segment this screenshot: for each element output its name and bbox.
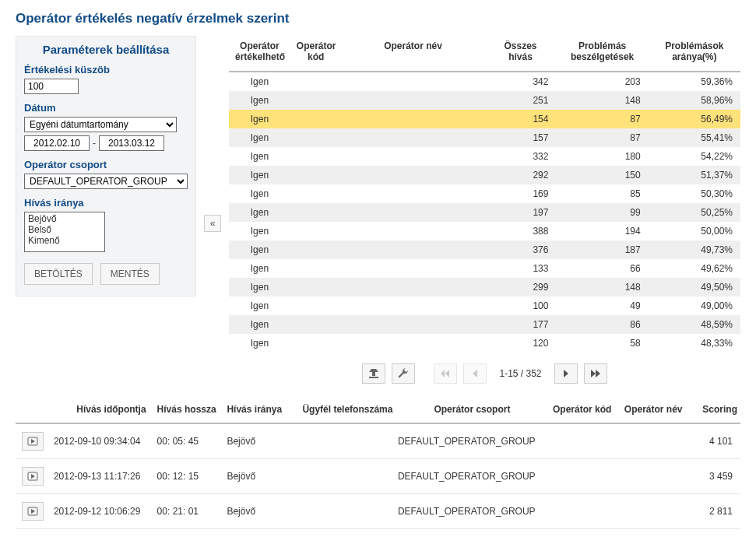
next-page-icon [562, 369, 570, 378]
cell-op-code [290, 147, 342, 166]
tools-button[interactable] [392, 363, 415, 384]
prev-page-button[interactable] [463, 363, 487, 384]
operator-group-select[interactable]: DEFAULT_OPERATOR_GROUP [24, 174, 188, 189]
save-button[interactable]: MENTÉS [100, 263, 160, 285]
cell-pct: 49,50% [649, 278, 740, 297]
table-row[interactable]: Igen1336649,62% [229, 259, 740, 278]
direction-option[interactable]: Belső [25, 224, 104, 235]
date-to-input[interactable] [99, 135, 164, 151]
cell-op-name [342, 91, 485, 110]
table-row[interactable]: Igen1778648,59% [229, 315, 740, 334]
cell-problem: 86 [556, 315, 648, 334]
cell-op-code [290, 91, 342, 110]
play-button[interactable] [22, 432, 44, 451]
cell-pct: 49,62% [649, 259, 740, 278]
table-row[interactable]: 2012-09-12 10:06:2900: 21: 01BejövőDEFAU… [16, 493, 740, 528]
cell-evaluable: Igen [229, 315, 290, 334]
export-button[interactable] [362, 363, 385, 384]
cell-evaluable: Igen [229, 72, 290, 91]
col-call-opname[interactable]: Operátor név [621, 399, 693, 423]
direction-option[interactable]: Kimenő [25, 235, 104, 246]
cell-pct: 51,37% [649, 166, 740, 184]
col-call-length[interactable]: Hívás hossza [154, 399, 224, 423]
threshold-input[interactable] [24, 79, 79, 94]
cell-op-code [290, 278, 342, 297]
first-page-icon [440, 369, 451, 378]
table-row[interactable]: Igen34220359,36% [229, 72, 740, 91]
col-total-calls[interactable]: Összes hívás [484, 36, 556, 72]
first-page-button[interactable] [434, 363, 457, 384]
cell-problem: 85 [556, 184, 648, 203]
wrench-icon [397, 367, 410, 380]
col-call-group[interactable]: Operátor csoport [395, 399, 550, 423]
col-problem[interactable]: Problémás beszélgetések [556, 36, 648, 72]
cell-op-code [290, 297, 342, 315]
play-button[interactable] [22, 502, 44, 521]
table-row[interactable]: Igen1698550,30% [229, 184, 740, 203]
calls-table: Hívás időpontja Hívás hossza Hívás irány… [16, 399, 740, 529]
main-content: Operátor értékelhető Operátor kód Operát… [229, 36, 740, 399]
col-evaluable[interactable]: Operátor értékelhető [229, 36, 290, 72]
cell-evaluable: Igen [229, 240, 290, 259]
table-row[interactable]: Igen33218054,22% [229, 147, 740, 166]
table-row[interactable]: Igen25114858,96% [229, 91, 740, 110]
table-row[interactable]: Igen1979950,25% [229, 203, 740, 222]
table-row[interactable]: 2012-09-13 11:17:2600: 12: 15BejövőDEFAU… [16, 458, 740, 493]
col-op-code[interactable]: Operátor kód [290, 36, 342, 72]
pager: 1-15 / 352 [229, 363, 740, 384]
cell-phone [299, 458, 395, 493]
table-row[interactable]: Igen1548756,49% [229, 110, 740, 128]
table-row[interactable]: Igen29215051,37% [229, 166, 740, 184]
cell-length: 00: 21: 01 [154, 493, 224, 528]
col-call-phone[interactable]: Ügyfél telefonszáma [299, 399, 395, 423]
last-page-icon [590, 369, 601, 378]
cell-pct: 50,30% [649, 184, 740, 203]
load-button[interactable]: BETÖLTÉS [24, 263, 93, 285]
cell-calls: 376 [484, 240, 556, 259]
cell-evaluable: Igen [229, 166, 290, 184]
cell-time: 2012-09-10 09:34:04 [51, 423, 154, 459]
cell-op-code [290, 184, 342, 203]
cell-length: 00: 05: 45 [154, 423, 224, 459]
play-button[interactable] [22, 467, 44, 486]
cell-op-code [290, 72, 342, 91]
col-op-name[interactable]: Operátor név [342, 36, 485, 72]
date-range-select[interactable]: Egyéni dátumtartomány [24, 117, 177, 132]
next-page-button[interactable] [554, 363, 578, 384]
date-from-input[interactable] [24, 135, 90, 151]
cell-op-code [290, 128, 342, 147]
call-direction-list[interactable]: BejövőBelsőKimenő [24, 212, 105, 252]
collapse-sidebar-button[interactable]: « [204, 215, 221, 232]
cell-calls: 100 [484, 297, 556, 315]
cell-op-code [290, 166, 342, 184]
cell-calls: 120 [484, 334, 556, 353]
col-call-dir[interactable]: Hívás iránya [223, 399, 299, 423]
table-row[interactable]: Igen37618749,73% [229, 240, 740, 259]
cell-op-code [290, 240, 342, 259]
direction-option[interactable]: Bejövő [25, 213, 104, 224]
cell-code [550, 423, 621, 459]
cell-calls: 169 [484, 184, 556, 203]
svg-rect-0 [372, 372, 375, 376]
cell-pct: 48,33% [649, 334, 740, 353]
cell-calls: 342 [484, 72, 556, 91]
table-row[interactable]: Igen29914849,50% [229, 278, 740, 297]
cell-length: 00: 12: 15 [154, 458, 224, 493]
col-pct[interactable]: Problémások aránya(%) [649, 36, 740, 72]
cell-evaluable: Igen [229, 334, 290, 353]
table-row[interactable]: Igen1578755,41% [229, 128, 740, 147]
table-row[interactable]: Igen38819450,00% [229, 222, 740, 240]
cell-dir: Bejövő [223, 423, 299, 459]
last-page-button[interactable] [584, 363, 607, 384]
col-call-score[interactable]: Scoring [693, 399, 740, 423]
cell-calls: 133 [484, 259, 556, 278]
col-call-time[interactable]: Hívás időpontja [51, 399, 154, 423]
table-row[interactable]: 2012-09-10 09:34:0400: 05: 45BejövőDEFAU… [16, 423, 740, 459]
cell-name [621, 458, 693, 493]
cell-score: 2 811 [693, 493, 740, 528]
cell-op-code [290, 203, 342, 222]
table-row[interactable]: Igen1205848,33% [229, 334, 740, 353]
cell-pct: 55,41% [649, 128, 740, 147]
table-row[interactable]: Igen1004949,00% [229, 297, 740, 315]
col-call-opcode[interactable]: Operátor kód [550, 399, 621, 423]
